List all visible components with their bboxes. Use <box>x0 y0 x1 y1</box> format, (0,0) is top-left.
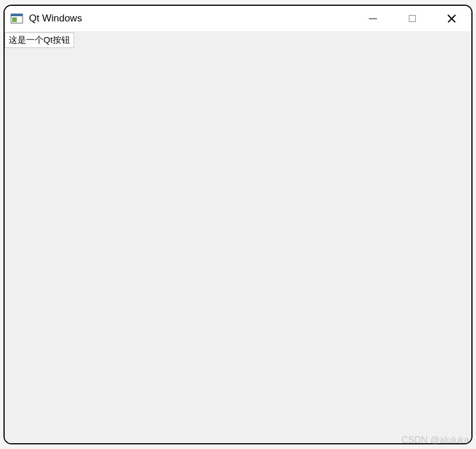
app-icon <box>10 12 23 25</box>
close-button[interactable] <box>432 6 471 31</box>
maximize-icon <box>409 15 416 22</box>
window-controls <box>353 6 471 31</box>
minimize-icon <box>369 19 377 19</box>
window-title: Qt Windows <box>29 13 82 24</box>
close-icon <box>448 14 456 23</box>
svg-rect-2 <box>12 17 17 22</box>
svg-rect-1 <box>11 14 23 16</box>
qt-push-button[interactable]: 这是一个Qt按钮 <box>5 32 74 48</box>
window-frame: Qt Windows 这是一个Qt按钮 <box>3 5 473 444</box>
client-area: 这是一个Qt按钮 <box>5 31 471 443</box>
title-bar[interactable]: Qt Windows <box>5 6 471 31</box>
maximize-button[interactable] <box>393 6 432 31</box>
minimize-button[interactable] <box>353 6 393 31</box>
